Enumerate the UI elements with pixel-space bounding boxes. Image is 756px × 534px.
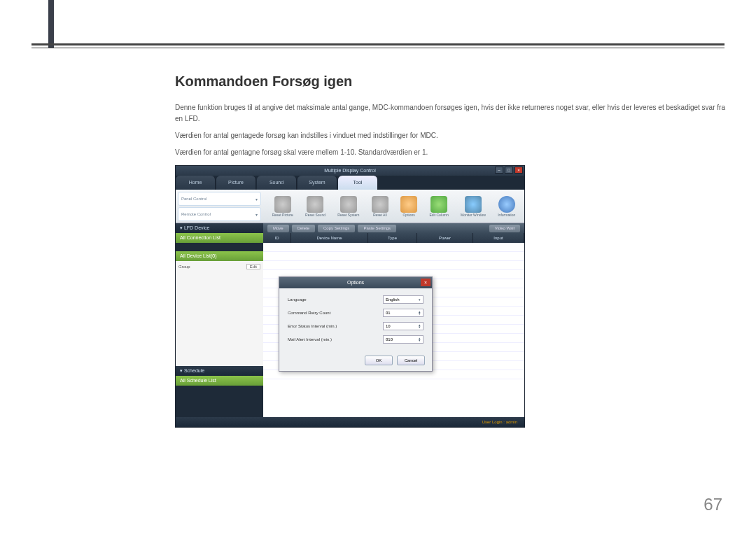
remote-control-dropdown[interactable]: Remote Control ▾ [178, 207, 261, 221]
monitor-window-button[interactable]: Monitor Window [461, 196, 486, 217]
maximize-icon[interactable]: □ [505, 167, 513, 174]
chevron-down-icon: ▾ [255, 212, 258, 217]
titlebar: Multiple Display Control – □ × [176, 166, 524, 176]
info-icon [498, 196, 515, 213]
panel-control-dropdown[interactable]: Panel Control ▾ [178, 192, 261, 206]
paragraph-3: Værdien for antal gentagne forsøg skal v… [175, 147, 728, 158]
tab-system[interactable]: System [298, 176, 337, 190]
paste-settings-button[interactable]: Paste Settings [358, 225, 396, 232]
page-rule-thin [31, 48, 724, 48]
error-interval-label: Error Status Interval (min.) [288, 324, 337, 328]
tab-home[interactable]: Home [176, 176, 216, 190]
table-row [263, 243, 524, 252]
page-rule-thick [31, 43, 724, 45]
columns-icon [430, 196, 447, 213]
action-bar: Move Delete Copy Settings Paste Settings… [263, 223, 524, 233]
options-dialog: Options × Language English▾ Command Retr… [279, 276, 433, 372]
spinner-icon: ▴▾ [419, 337, 421, 342]
mail-interval-label: Mail Alert Interval (min.) [288, 337, 332, 342]
tab-tool[interactable]: Tool [338, 176, 378, 190]
table-row [263, 252, 524, 261]
language-label: Language [288, 297, 307, 302]
reset-system-button[interactable]: Reset System [337, 196, 359, 217]
sidebar-all-schedule[interactable]: All Schedule List [176, 376, 263, 386]
options-button[interactable]: Options [400, 196, 417, 217]
video-wall-button[interactable]: Video Wall [489, 225, 520, 232]
reset-sound-button[interactable]: Reset Sound [305, 196, 326, 217]
close-icon[interactable]: × [514, 167, 523, 174]
reset-all-button[interactable]: Reset All [372, 196, 388, 217]
information-button[interactable]: Information [498, 196, 515, 217]
paragraph-2: Værdien for antal gentagede forsøg kan i… [175, 130, 728, 141]
dialog-body: Language English▾ Command Retry Count 01… [279, 288, 432, 353]
reset-picture-icon [274, 196, 291, 213]
col-type[interactable]: Type [368, 233, 417, 243]
ok-button[interactable]: OK [365, 356, 393, 365]
move-button[interactable]: Move [267, 225, 289, 232]
window-title: Multiple Display Control [324, 168, 376, 173]
reset-sound-icon [307, 196, 323, 213]
retry-count-label: Command Retry Count [288, 311, 330, 315]
sidebar: ▾ LFD Device All Connection List All Dev… [176, 223, 263, 417]
chevron-down-icon: ▾ [255, 197, 258, 202]
tab-picture[interactable]: Picture [216, 176, 256, 190]
main-tabs: Home Picture Sound System Tool [176, 176, 524, 190]
reset-system-icon [340, 196, 357, 213]
dialog-title: Options × [279, 277, 432, 288]
spinner-icon: ▴▾ [419, 311, 421, 315]
grid-body: Options × Language English▾ Command Retr… [263, 243, 524, 417]
section-heading: Kommandoen Forsøg igen [175, 73, 728, 90]
status-bar: User Login : admin [176, 417, 524, 427]
table-row [263, 261, 524, 270]
col-device-name[interactable]: Device Name [291, 233, 368, 243]
page-number: 67 [704, 495, 722, 514]
sidebar-body: Group Edit [176, 261, 263, 366]
language-select[interactable]: English▾ [383, 295, 424, 304]
column-headers: ID Device Name Type Power Input [263, 233, 524, 243]
col-id[interactable]: ID [263, 233, 291, 243]
chevron-down-icon: ▾ [419, 299, 421, 301]
sidebar-group-label: Group [178, 265, 190, 269]
error-interval-spinner[interactable]: 10▴▾ [383, 322, 424, 330]
sidebar-lfd-header[interactable]: ▾ LFD Device [176, 223, 263, 233]
spinner-icon: ▴▾ [419, 324, 421, 328]
content-area: Kommandoen Forsøg igen Denne funktion br… [175, 73, 728, 428]
ribbon: Panel Control ▾ Remote Control ▾ Reset P… [176, 190, 524, 223]
delete-button[interactable]: Delete [292, 225, 315, 232]
main-area: ▾ LFD Device All Connection List All Dev… [176, 223, 524, 417]
edit-button[interactable]: Edit [246, 264, 260, 269]
sidebar-all-device[interactable]: All Device List(0) [176, 251, 263, 261]
edit-column-button[interactable]: Edit Column [429, 196, 448, 217]
sidebar-schedule-header[interactable]: ▾ Schedule [176, 366, 263, 376]
ribbon-left: Panel Control ▾ Remote Control ▾ [176, 190, 263, 223]
ribbon-icons: Reset Picture Reset Sound Reset System R… [263, 190, 524, 223]
paragraph-1: Denne funktion bruges til at angive det … [175, 102, 728, 125]
reset-picture-button[interactable]: Reset Picture [272, 196, 293, 217]
reset-all-icon [372, 196, 388, 213]
gear-icon [400, 196, 417, 213]
col-power[interactable]: Power [417, 233, 473, 243]
cancel-button[interactable]: Cancel [397, 356, 425, 365]
page-accent [48, 0, 54, 48]
sidebar-all-connection[interactable]: All Connection List [176, 233, 263, 243]
retry-count-spinner[interactable]: 01▴▾ [383, 309, 424, 317]
col-input[interactable]: Input [473, 233, 524, 243]
app-screenshot: Multiple Display Control – □ × Home Pict… [175, 165, 525, 428]
mail-interval-spinner[interactable]: 010▴▾ [383, 335, 424, 344]
tab-sound[interactable]: Sound [257, 176, 297, 190]
monitor-icon [465, 196, 482, 213]
dialog-close-icon[interactable]: × [421, 279, 430, 286]
content-pane: Move Delete Copy Settings Paste Settings… [263, 223, 524, 417]
copy-settings-button[interactable]: Copy Settings [318, 225, 355, 232]
minimize-icon[interactable]: – [495, 167, 503, 174]
